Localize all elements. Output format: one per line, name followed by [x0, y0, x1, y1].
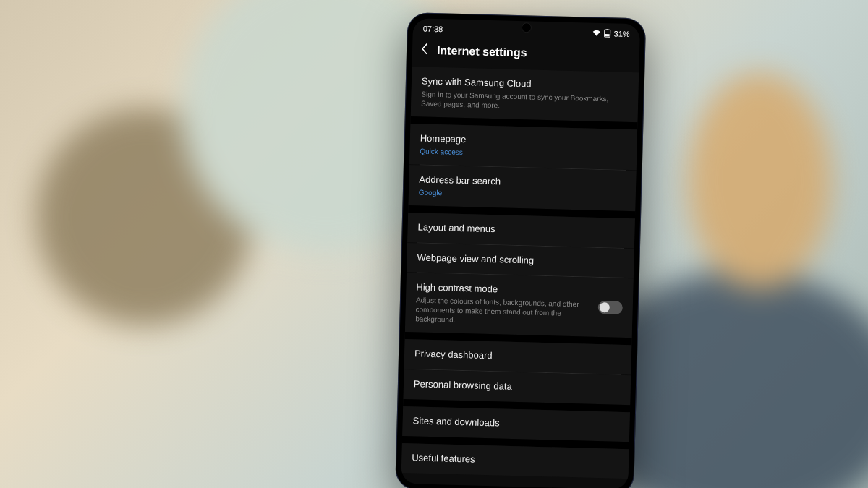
- item-title: Useful features: [412, 452, 618, 469]
- item-title: Layout and menus: [417, 221, 624, 239]
- item-subtitle: Adjust the colours of fonts, backgrounds…: [415, 295, 590, 328]
- battery-icon: [604, 29, 611, 38]
- settings-item[interactable]: High contrast modeAdjust the colours of …: [405, 273, 634, 338]
- item-title: Personal browsing data: [414, 378, 621, 395]
- svg-rect-1: [605, 34, 610, 36]
- phone-frame: 07:38 31% Internet settings Sync with Sa…: [395, 12, 646, 488]
- page-title: Internet settings: [437, 43, 527, 59]
- header: Internet settings: [412, 35, 639, 72]
- battery-percent: 31%: [614, 29, 630, 38]
- settings-item[interactable]: Sync with Samsung CloudSign in to your S…: [411, 67, 639, 122]
- toggle-switch[interactable]: [598, 301, 623, 314]
- wifi-icon: [592, 29, 601, 36]
- screen: 07:38 31% Internet settings Sync with Sa…: [401, 18, 640, 488]
- clock: 07:38: [423, 24, 443, 33]
- svg-rect-2: [606, 29, 608, 30]
- item-title: Webpage view and scrolling: [417, 251, 624, 268]
- settings-item[interactable]: Address bar searchGoogle: [408, 164, 636, 210]
- item-title: Sites and downloads: [412, 415, 619, 432]
- settings-list: Sync with Samsung CloudSign in to your S…: [401, 67, 639, 479]
- item-title: Privacy dashboard: [414, 348, 621, 365]
- back-icon[interactable]: [421, 43, 428, 56]
- settings-item[interactable]: HomepageQuick access: [409, 123, 637, 169]
- front-camera: [522, 22, 532, 33]
- item-subtitle: Sign in to your Samsung account to sync …: [421, 89, 629, 113]
- settings-item[interactable]: Useful features: [401, 442, 629, 478]
